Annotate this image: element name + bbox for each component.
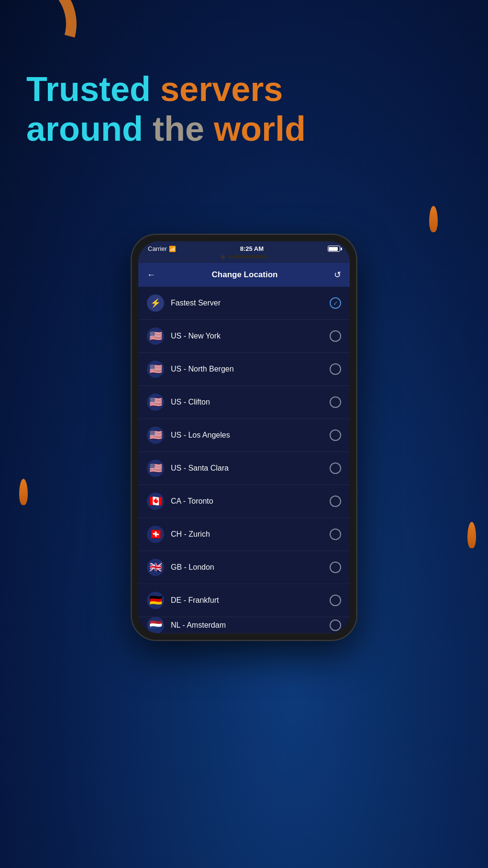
flag-gb-london: 🇬🇧 (147, 559, 164, 576)
phone-mockup: Carrier 📶 8:25 AM ← Change Location (132, 235, 356, 640)
server-item-us-ny[interactable]: 🇺🇸 US - New York (138, 320, 350, 353)
headline-word-world: world (214, 110, 306, 148)
server-name-us-la: US - Los Angeles (171, 431, 330, 440)
nav-title: Change Location (212, 270, 278, 280)
flag-ca-toronto: 🇨🇦 (147, 493, 164, 510)
flag-us-sc: 🇺🇸 (147, 460, 164, 477)
server-item-us-la[interactable]: 🇺🇸 US - Los Angeles (138, 419, 350, 452)
server-name-nl-amsterdam: NL - Amsterdam (171, 621, 330, 630)
server-name-fastest: Fastest Server (171, 299, 330, 307)
server-name-ch-zurich: CH - Zurich (171, 530, 330, 539)
status-bar: Carrier 📶 8:25 AM (138, 241, 350, 255)
server-name-us-ny: US - New York (171, 332, 330, 340)
flag-ch-zurich: 🇨🇭 (147, 526, 164, 543)
flag-de-frankfurt: 🇩🇪 (147, 592, 164, 609)
wifi-icon: 📶 (169, 246, 176, 252)
server-item-us-nb[interactable]: 🇺🇸 US - North Bergen (138, 353, 350, 386)
radio-gb-london[interactable] (330, 562, 341, 573)
radio-us-nb[interactable] (330, 363, 341, 375)
lightning-icon: ⚡ (147, 294, 164, 312)
speaker-bar (229, 255, 267, 258)
battery-icon (328, 246, 340, 252)
server-name-us-sc: US - Santa Clara (171, 464, 330, 473)
headline: Trusted servers around the world (26, 69, 462, 149)
phone-outer: Carrier 📶 8:25 AM ← Change Location (132, 235, 356, 640)
flag-nl-amsterdam: 🇳🇱 (147, 617, 164, 633)
flag-us-la: 🇺🇸 (147, 427, 164, 444)
headline-word-around: around (26, 110, 143, 148)
phone-screen: Carrier 📶 8:25 AM ← Change Location (138, 241, 350, 633)
nav-bar: ← Change Location ↺ (138, 263, 350, 287)
server-name-us-nb: US - North Bergen (171, 365, 330, 373)
status-time: 8:25 AM (240, 245, 264, 252)
radio-de-frankfurt[interactable] (330, 595, 341, 606)
refresh-button[interactable]: ↺ (334, 270, 341, 280)
radio-ch-zurich[interactable] (330, 529, 341, 540)
headline-word-trusted: Trusted (26, 70, 151, 108)
radio-nl-amsterdam[interactable] (330, 620, 341, 631)
flag-us-nb: 🇺🇸 (147, 361, 164, 378)
server-name-ca-toronto: CA - Toronto (171, 497, 330, 506)
radio-us-ny[interactable] (330, 330, 341, 342)
radio-fastest[interactable] (330, 297, 341, 309)
notch-area (138, 255, 350, 263)
server-item-us-clifton[interactable]: 🇺🇸 US - Clifton (138, 386, 350, 419)
flag-us-ny: 🇺🇸 (147, 327, 164, 345)
server-item-us-sc[interactable]: 🇺🇸 US - Santa Clara (138, 452, 350, 485)
server-item-ca-toronto[interactable]: 🇨🇦 CA - Toronto (138, 485, 350, 518)
server-list: ⚡ Fastest Server 🇺🇸 US - New York 🇺🇸 US … (138, 287, 350, 633)
server-name-de-frankfurt: DE - Frankfurt (171, 596, 330, 605)
radio-us-sc[interactable] (330, 462, 341, 474)
server-item-gb-london[interactable]: 🇬🇧 GB - London (138, 551, 350, 584)
headline-word-the: the (153, 110, 204, 148)
radio-us-clifton[interactable] (330, 396, 341, 408)
server-name-gb-london: GB - London (171, 563, 330, 572)
server-item-nl-amsterdam[interactable]: 🇳🇱 NL - Amsterdam (138, 617, 350, 633)
server-item-de-frankfurt[interactable]: 🇩🇪 DE - Frankfurt (138, 584, 350, 617)
flag-us-clifton: 🇺🇸 (147, 394, 164, 411)
radio-ca-toronto[interactable] (330, 496, 341, 507)
back-button[interactable]: ← (147, 270, 155, 280)
headline-word-servers: servers (160, 70, 283, 108)
status-battery (328, 246, 340, 252)
server-name-us-clifton: US - Clifton (171, 398, 330, 406)
status-carrier: Carrier 📶 (148, 245, 176, 252)
server-item-fastest[interactable]: ⚡ Fastest Server (138, 287, 350, 320)
radio-us-la[interactable] (330, 429, 341, 441)
server-item-ch-zurich[interactable]: 🇨🇭 CH - Zurich (138, 518, 350, 551)
camera-dot (221, 255, 225, 259)
